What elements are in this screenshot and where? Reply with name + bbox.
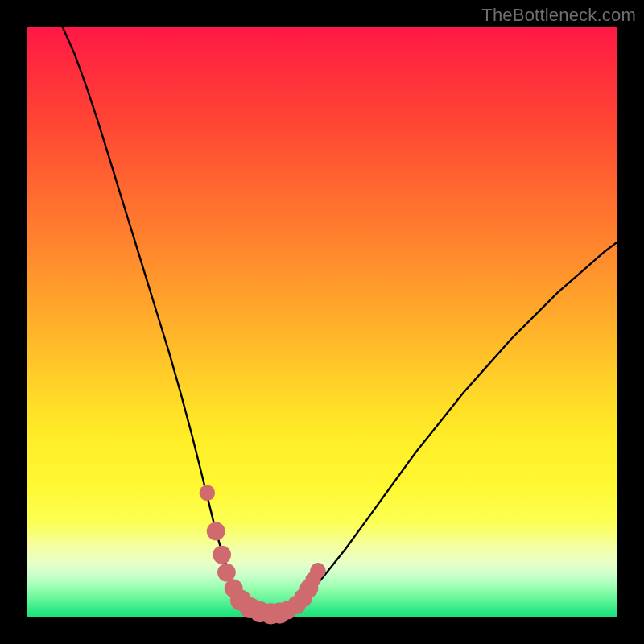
- marker-group: [200, 485, 326, 625]
- curve-line: [63, 27, 617, 613]
- curve-marker: [217, 564, 236, 582]
- bottleneck-curve: [27, 27, 617, 617]
- watermark-text: TheBottleneck.com: [481, 5, 636, 26]
- curve-marker: [213, 546, 231, 564]
- chart-frame: TheBottleneck.com: [0, 0, 644, 644]
- plot-area: [27, 27, 617, 617]
- curve-marker: [310, 563, 326, 579]
- curve-marker: [207, 522, 225, 541]
- curve-marker: [200, 485, 216, 502]
